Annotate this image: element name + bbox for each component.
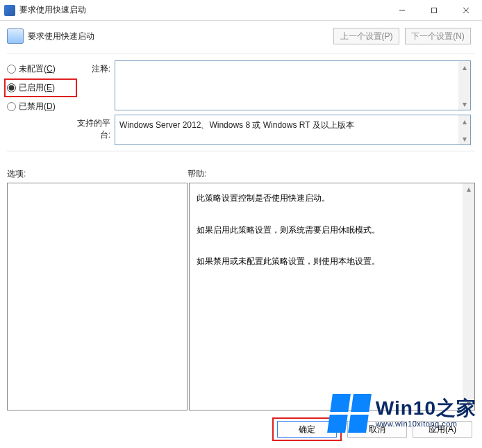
window-title: 要求使用快速启动	[19, 4, 86, 16]
cancel-button[interactable]: 取消	[347, 421, 407, 438]
help-heading: 帮助:	[188, 168, 206, 180]
help-line-1: 此策略设置控制是否使用快速启动。	[197, 190, 459, 206]
radio-disabled-label: 已禁用(D)	[19, 101, 56, 113]
previous-setting-button[interactable]: 上一个设置(P)	[333, 28, 399, 44]
platform-label: 支持的平台:	[73, 115, 115, 145]
radio-not-configured-input[interactable]	[7, 65, 16, 74]
comment-scrollbar[interactable]: ▴ ▾	[458, 61, 470, 110]
title-bar: 要求使用快速启动	[0, 0, 482, 21]
next-setting-button[interactable]: 下一个设置(N)	[405, 28, 471, 44]
help-pane: 此策略设置控制是否使用快速启动。 如果启用此策略设置，则系统需要启用休眠模式。 …	[189, 183, 475, 410]
platform-textarea[interactable]: Windows Server 2012、Windows 8 或 Windows …	[115, 115, 471, 145]
divider	[7, 151, 475, 151]
enabled-highlight-box: 已启用(E)	[4, 78, 77, 97]
scroll-up-icon: ▴	[463, 183, 474, 195]
radio-not-configured-label: 未配置(C)	[19, 63, 56, 75]
policy-icon	[7, 28, 24, 44]
policy-header: 要求使用快速启动 上一个设置(P) 下一个设置(N)	[7, 28, 475, 44]
platform-value: Windows Server 2012、Windows 8 或 Windows …	[119, 120, 354, 130]
policy-title: 要求使用快速启动	[28, 31, 94, 42]
ok-button[interactable]: 确定	[277, 421, 337, 438]
radio-enabled[interactable]: 已启用(E)	[7, 82, 73, 94]
help-line-3: 如果禁用或未配置此策略设置，则使用本地设置。	[197, 254, 459, 269]
apply-button-label: 应用(A)	[429, 424, 456, 435]
radio-disabled-input[interactable]	[7, 102, 16, 111]
radio-enabled-input[interactable]	[7, 83, 16, 92]
help-scrollbar[interactable]: ▴ ▾	[463, 183, 474, 410]
app-icon	[4, 5, 15, 16]
window-controls	[386, 0, 482, 20]
state-radio-group: 未配置(C) 已启用(E) 已禁用(D)	[7, 60, 73, 113]
comment-value	[115, 61, 470, 67]
platform-scrollbar[interactable]: ▴ ▾	[458, 115, 470, 144]
ok-button-label: 确定	[299, 424, 315, 435]
comment-label: 注释:	[73, 60, 115, 110]
scroll-down-icon: ▾	[458, 133, 470, 144]
scroll-up-icon: ▴	[458, 115, 470, 127]
next-button-label: 下一个设置(N)	[411, 31, 465, 42]
radio-not-configured[interactable]: 未配置(C)	[7, 63, 73, 75]
radio-disabled[interactable]: 已禁用(D)	[7, 101, 73, 113]
comment-textarea[interactable]: ▴ ▾	[115, 60, 471, 110]
minimize-button[interactable]	[386, 0, 418, 20]
close-button[interactable]	[450, 0, 482, 20]
scroll-down-icon: ▾	[463, 398, 474, 410]
prev-button-label: 上一个设置(P)	[340, 31, 393, 42]
cancel-button-label: 取消	[369, 424, 385, 435]
apply-button[interactable]: 应用(A)	[413, 421, 472, 438]
svg-rect-1	[432, 8, 437, 13]
ok-highlight-box: 确定	[272, 417, 342, 441]
help-line-2: 如果启用此策略设置，则系统需要启用休眠模式。	[197, 222, 459, 238]
scroll-up-icon: ▴	[458, 61, 470, 73]
dialog-button-bar: 确定 取消 应用(A)	[7, 413, 475, 445]
divider	[7, 53, 475, 53]
scroll-down-icon: ▾	[458, 98, 470, 110]
options-pane	[7, 183, 188, 410]
radio-enabled-label: 已启用(E)	[19, 82, 55, 94]
maximize-button[interactable]	[418, 0, 450, 20]
options-heading: 选项:	[7, 168, 188, 180]
